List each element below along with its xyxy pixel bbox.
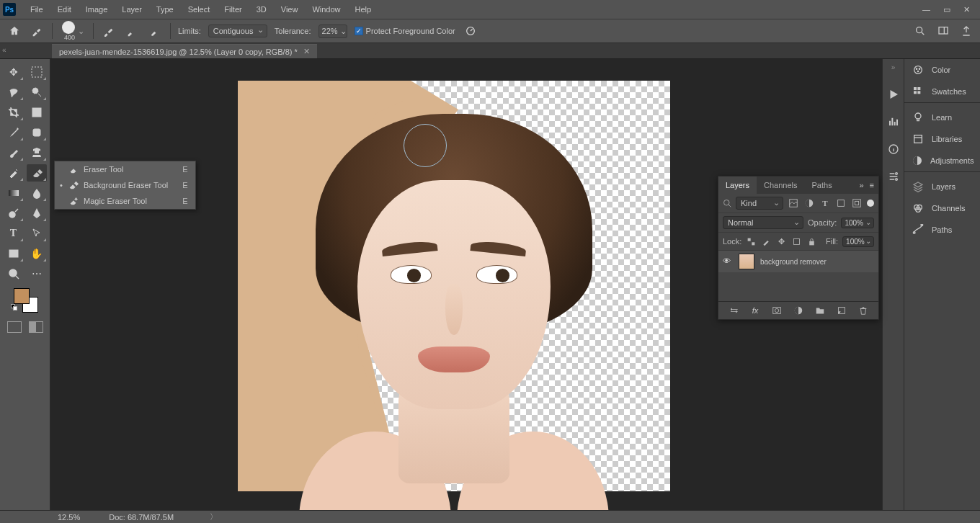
sampling-once-icon[interactable] [124,23,140,39]
doc-size[interactable]: Doc: 68.7M/87.5M [109,513,174,522]
rectangular-marquee-tool[interactable] [27,63,47,81]
zoom-tool[interactable] [4,265,24,282]
lock-transparency-icon[interactable] [746,236,757,247]
panel-channels[interactable]: Channels [904,197,980,219]
default-colors-icon[interactable] [11,304,18,311]
brush-tool[interactable] [4,144,24,161]
filter-type-icon[interactable]: T [819,197,831,209]
pressure-icon[interactable] [463,23,478,39]
document-tab[interactable]: pexels-juan-mendez-1536619.jpg @ 12.5% (… [52,44,317,58]
layer-style-icon[interactable]: fx [749,305,761,316]
limits-select[interactable]: Contiguous [208,24,267,37]
channels-tab[interactable]: Channels [757,176,804,194]
status-menu-icon[interactable]: 〉 [210,511,218,522]
lock-image-icon[interactable] [761,236,772,247]
flyout-eraser-tool[interactable]: Eraser Tool E [55,161,195,177]
filter-adjustment-icon[interactable] [803,197,815,209]
edit-toolbar-icon[interactable]: ⋯ [27,265,47,282]
filter-smart-icon[interactable] [851,197,863,209]
clone-stamp-tool[interactable] [27,144,47,161]
collapse-handle-icon[interactable]: » [891,63,896,71]
collapse-handle-icon[interactable]: « [2,46,6,54]
menu-help[interactable]: Help [348,0,379,19]
menu-type[interactable]: Type [149,0,181,19]
play-icon[interactable] [886,87,901,102]
eyedropper-tool[interactable] [4,124,24,141]
menu-3d[interactable]: 3D [249,0,274,19]
delete-layer-icon[interactable] [858,305,869,316]
document-canvas[interactable] [238,81,670,491]
properties-icon[interactable] [886,169,901,184]
panel-color[interactable]: Color [904,59,980,81]
frame-tool[interactable] [27,104,47,121]
quick-mask-icon[interactable] [29,321,43,333]
dodge-tool[interactable] [4,205,24,222]
layer-name[interactable]: background remover [760,258,827,266]
move-tool[interactable]: ✥ [4,63,24,81]
brush-preset-picker[interactable]: 400 ⌄ [60,22,86,40]
filter-kind-select[interactable]: Kind [736,197,783,210]
blur-tool[interactable] [27,184,47,202]
layer-thumbnail[interactable] [739,254,754,269]
search-icon[interactable] [914,24,927,37]
close-icon[interactable]: ✕ [963,5,970,14]
flyout-magic-eraser-tool[interactable]: Magic Eraser Tool E [55,193,195,209]
histogram-icon[interactable] [886,115,901,129]
menu-file[interactable]: File [23,0,50,19]
type-tool[interactable]: T [4,225,24,242]
link-layers-icon[interactable]: ⮀ [728,305,739,316]
flyout-background-eraser-tool[interactable]: • Background Eraser Tool E [55,177,195,193]
lock-artboard-icon[interactable] [791,236,802,247]
layers-tab[interactable]: Layers [718,176,757,194]
protect-foreground-checkbox[interactable]: ✓ Protect Foreground Color [355,27,455,35]
minimize-icon[interactable]: — [922,5,930,14]
panel-layers[interactable]: Layers [904,176,980,197]
hand-tool[interactable]: ✋ [27,245,47,262]
eraser-tool[interactable] [27,164,47,182]
home-icon[interactable] [7,24,22,38]
adjustment-layer-icon[interactable] [793,305,804,316]
opacity-input[interactable]: 100% [841,218,874,228]
crop-tool[interactable] [4,104,24,121]
group-icon[interactable] [814,305,826,316]
workspace-switcher-icon[interactable] [937,24,950,37]
path-selection-tool[interactable] [27,225,47,242]
color-swatches[interactable] [11,288,40,314]
menu-window[interactable]: Window [305,0,347,19]
menu-edit[interactable]: Edit [50,0,79,19]
lasso-tool[interactable] [4,84,24,101]
panel-libraries[interactable]: Libraries [904,128,980,150]
filter-pixel-icon[interactable] [788,197,799,209]
tab-close-icon[interactable]: ✕ [303,47,310,56]
tool-preset-picker[interactable] [29,23,45,39]
menu-image[interactable]: Image [79,0,115,19]
sampling-swatch-icon[interactable] [147,23,163,39]
filter-shape-icon[interactable] [835,197,847,209]
lock-all-icon[interactable] [806,236,817,247]
standard-mode-icon[interactable] [7,321,22,333]
menu-view[interactable]: View [274,0,306,19]
sampling-continuous-icon[interactable] [101,23,117,39]
layer-item[interactable]: 👁 background remover [718,251,878,272]
blend-mode-select[interactable]: Normal [723,216,803,229]
collapse-icon[interactable]: » [859,181,863,189]
share-icon[interactable] [960,24,973,37]
new-layer-icon[interactable] [836,305,847,316]
menu-layer[interactable]: Layer [115,0,149,19]
layer-mask-icon[interactable] [771,305,783,316]
visibility-eye-icon[interactable]: 👁 [723,256,733,267]
rectangle-tool[interactable] [4,245,24,262]
panel-swatches[interactable]: Swatches [904,81,980,102]
lock-position-icon[interactable]: ✥ [776,236,787,247]
fill-input[interactable]: 100% [842,236,874,247]
panel-menu-icon[interactable]: ≡ [870,181,874,189]
history-brush-tool[interactable] [4,164,24,182]
menu-filter[interactable]: Filter [217,0,249,19]
tolerance-input[interactable]: 22% [318,24,347,38]
zoom-level[interactable]: 12.5% [58,513,80,522]
info-icon[interactable] [886,142,901,156]
healing-brush-tool[interactable] [27,124,47,141]
panel-learn[interactable]: Learn [904,107,980,128]
quick-selection-tool[interactable] [27,84,47,101]
pen-tool[interactable] [27,205,47,222]
